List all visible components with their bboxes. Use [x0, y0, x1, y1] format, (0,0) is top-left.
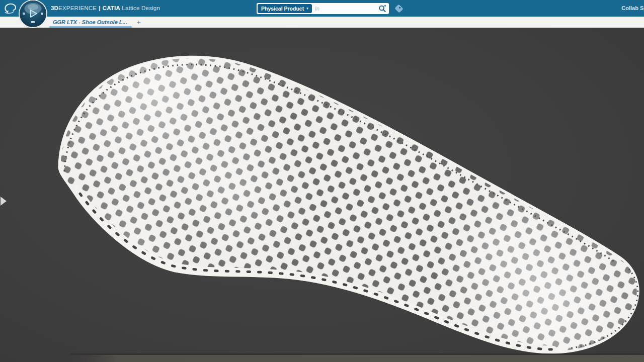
tab-bar: GGR LTX - Shoe Outsole L... +	[0, 17, 644, 28]
lattice-scene	[0, 28, 644, 362]
brand-app-suffix: Lattice Design	[122, 5, 160, 11]
brand-separator: |	[97, 5, 102, 11]
tag-icon[interactable]	[393, 3, 405, 14]
collab-space-label[interactable]: Collab Sp	[621, 0, 644, 17]
tab-shoe-outsole[interactable]: GGR LTX - Shoe Outsole L...	[49, 17, 132, 28]
lattice-sole-model[interactable]	[10, 28, 644, 362]
global-search-bar: Physical Product ▾	[257, 3, 389, 14]
new-tab-button[interactable]: +	[134, 19, 143, 26]
search-scope-dropdown[interactable]: Physical Product ▾	[258, 4, 312, 13]
expand-panel-arrow-icon[interactable]	[1, 197, 7, 206]
3ds-logo-glyph	[4, 3, 19, 15]
brand-app: CATIA	[103, 5, 120, 11]
search-scope-label: Physical Product	[261, 6, 304, 12]
3ds-logo-icon[interactable]	[4, 3, 19, 15]
app-title: 3DEXPERIENCE|CATIA Lattice Design	[51, 0, 160, 17]
compass-icon[interactable]	[20, 1, 46, 27]
top-app-bar: 3DEXPERIENCE|CATIA Lattice Design Physic…	[0, 0, 644, 17]
search-input[interactable]	[312, 6, 378, 12]
3d-viewport[interactable]	[0, 28, 644, 362]
chevron-down-icon: ▾	[306, 7, 308, 11]
search-icon[interactable]	[378, 4, 387, 13]
brand-experience: EXPERIENCE	[58, 5, 97, 11]
tab-label: GGR LTX - Shoe Outsole L...	[53, 19, 127, 25]
ground-strip	[70, 355, 644, 362]
ground-shadow-line	[70, 353, 644, 355]
3dexperience-window: 3DEXPERIENCE|CATIA Lattice Design Physic…	[0, 0, 644, 362]
brand-3d: 3D	[51, 5, 58, 11]
